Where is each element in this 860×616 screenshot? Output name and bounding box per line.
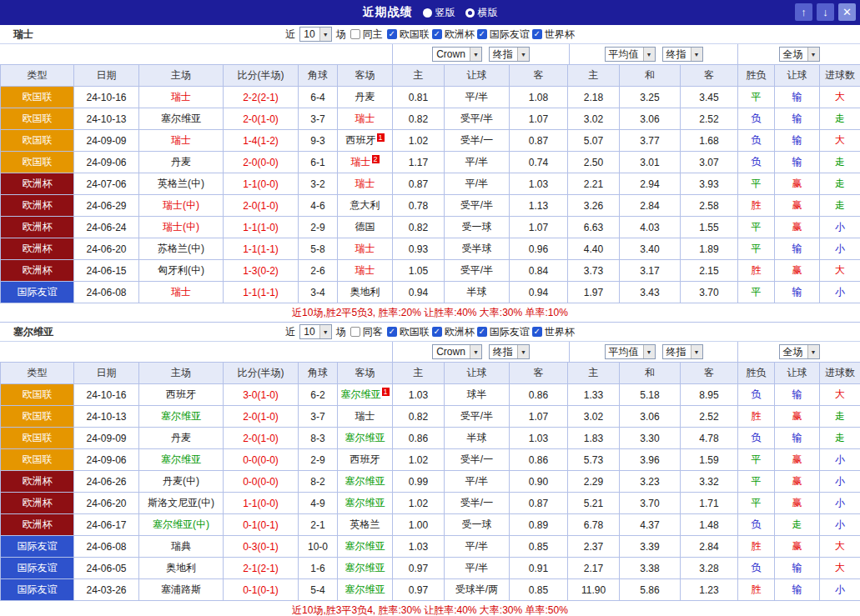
corner-score: 3-2: [299, 173, 338, 195]
dropdown-arrow-icon: ▼: [691, 345, 702, 358]
euro-away-odds: 3.93: [681, 173, 738, 195]
layout-radio-vertical[interactable]: 竖版: [423, 6, 455, 20]
match-result: 平: [738, 87, 775, 108]
handicap-result: 赢: [775, 260, 820, 282]
column-header: 主: [568, 363, 620, 384]
same-side-checkbox[interactable]: 同客: [350, 325, 383, 339]
recent-count-select[interactable]: 10▼: [299, 27, 331, 42]
table-body: 欧国联24-10-16西班牙3-0(1-0)6-2塞尔维亚11.03球半0.86…: [1, 384, 860, 601]
match-type-badge: 欧洲杯: [1, 260, 74, 282]
handicap-line: 受半/一: [445, 493, 510, 514]
competition-checkbox[interactable]: ✓欧洲杯: [432, 325, 475, 339]
competition-label: 欧国联: [400, 325, 430, 339]
handicap-result: 赢: [775, 493, 820, 514]
scope-select[interactable]: 全场▼: [779, 47, 820, 62]
euro-away-odds: 1.48: [681, 514, 738, 536]
handicap-home-odds: 0.87: [393, 173, 445, 195]
column-header: 角球: [299, 363, 338, 384]
match-score: 1-3(0-2): [224, 260, 299, 282]
euro-stage-select[interactable]: 终指▼: [662, 344, 703, 359]
select-value: 终指: [493, 345, 517, 359]
scroll-up-button[interactable]: ↑: [795, 3, 812, 21]
handicap-home-odds: 1.03: [393, 536, 445, 558]
handicap-away-odds: 0.86: [510, 449, 568, 471]
competition-checkbox[interactable]: ✓欧国联: [387, 28, 430, 42]
handicap-result: 赢: [775, 536, 820, 558]
home-team: 斯洛文尼亚(中): [139, 493, 224, 514]
handicap-source-select[interactable]: Crown▼: [432, 344, 482, 359]
handicap-result: 输: [775, 282, 820, 303]
handicap-away-odds: 1.07: [510, 217, 568, 238]
competition-label: 世界杯: [545, 28, 575, 42]
euro-source-select[interactable]: 平均值▼: [605, 344, 656, 359]
team-name-text: 塞尔维亚: [161, 453, 201, 465]
euro-odds-filters: 平均值▼ 终指▼: [569, 342, 737, 362]
scope-select[interactable]: 全场▼: [779, 344, 820, 359]
match-score: 0-3(0-1): [224, 536, 299, 558]
handicap-away-odds: 0.84: [510, 260, 568, 282]
competition-label: 国际友谊: [490, 28, 530, 42]
match-score: 2-2(2-1): [224, 87, 299, 108]
goals-result: 小: [820, 471, 860, 493]
corner-score: 2-9: [299, 217, 338, 238]
euro-draw-odds: 3.23: [620, 471, 681, 493]
dropdown-arrow-icon: ▼: [807, 48, 819, 61]
recent-count-select[interactable]: 10▼: [299, 324, 331, 339]
handicap-home-odds: 0.81: [393, 87, 445, 108]
handicap-source-select[interactable]: Crown▼: [432, 47, 482, 62]
corner-score: 3-7: [299, 108, 338, 130]
handicap-stage-select[interactable]: 终指▼: [489, 344, 530, 359]
away-team: 瑞士: [338, 108, 393, 130]
match-result: 平: [738, 471, 775, 493]
column-header: 比分(半场): [224, 363, 299, 384]
handicap-line: 平/半: [445, 173, 510, 195]
scroll-down-button[interactable]: ↓: [817, 3, 834, 21]
handicap-away-odds: 0.85: [510, 536, 568, 558]
away-team: 丹麦: [338, 87, 393, 108]
team-controls: 近 10▼ 场 同主 ✓欧国联✓欧洲杯✓国际友谊✓世界杯: [285, 27, 574, 42]
same-side-checkbox[interactable]: 同主: [350, 28, 383, 42]
euro-stage-select[interactable]: 终指▼: [662, 47, 703, 62]
team-name-text: 瑞士: [355, 113, 375, 124]
competition-label: 欧洲杯: [445, 325, 475, 339]
dropdown-arrow-icon: ▼: [691, 48, 702, 61]
summary-row: 近10场,胜2平5负3, 胜率:20% 让胜率:40% 大率:30% 单率:10…: [0, 303, 860, 323]
column-header: 进球数: [820, 363, 860, 384]
euro-home-odds: 2.17: [568, 558, 620, 579]
handicap-away-odds: 1.07: [510, 108, 568, 130]
corner-score: 2-1: [299, 514, 338, 536]
handicap-home-odds: 1.05: [393, 260, 445, 282]
competition-label: 国际友谊: [490, 325, 530, 339]
euro-away-odds: 1.68: [681, 130, 738, 152]
summary-text: 近10场,胜2平5负3, 胜率:20% 让胜率:40% 大率:30% 单率:10…: [292, 307, 568, 318]
match-type-badge: 欧洲杯: [1, 493, 74, 514]
odds-filter-row: Crown▼ 终指▼ 平均值▼ 终指▼ 全场▼: [0, 44, 860, 64]
layout-radio-horizontal[interactable]: 横版: [465, 6, 498, 20]
home-team: 瑞士: [139, 87, 224, 108]
euro-draw-odds: 5.86: [620, 579, 681, 601]
handicap-stage-select[interactable]: 终指▼: [489, 47, 530, 62]
table-row: 欧洲杯24-07-06英格兰(中)1-1(0-0)3-2瑞士0.87平/半1.0…: [1, 173, 860, 195]
competition-checkbox[interactable]: ✓国际友谊: [477, 28, 530, 42]
competition-checkbox[interactable]: ✓世界杯: [532, 28, 575, 42]
handicap-away-odds: 0.74: [510, 152, 568, 173]
competition-checkbox[interactable]: ✓欧洲杯: [432, 28, 475, 42]
euro-draw-odds: 3.77: [620, 130, 681, 152]
corner-score: 4-9: [299, 493, 338, 514]
same-side-label: 同主: [363, 28, 383, 42]
away-team: 瑞士: [338, 406, 393, 428]
match-type-badge: 欧国联: [1, 449, 74, 471]
handicap-result: 赢: [775, 217, 820, 238]
close-button[interactable]: ✕: [838, 3, 856, 21]
team-name-text: 意大利: [350, 199, 380, 211]
competition-checkbox[interactable]: ✓欧国联: [387, 325, 430, 339]
red-card-badge: 1: [377, 133, 385, 142]
euro-source-select[interactable]: 平均值▼: [605, 47, 656, 62]
competition-checkbox[interactable]: ✓世界杯: [532, 325, 575, 339]
goals-result: 大: [820, 384, 860, 406]
goals-result: 大: [820, 558, 860, 579]
away-team: 英格兰: [338, 514, 393, 536]
euro-home-odds: 6.78: [568, 514, 620, 536]
competition-checkbox[interactable]: ✓国际友谊: [477, 325, 530, 339]
select-value: 平均值: [609, 345, 643, 359]
